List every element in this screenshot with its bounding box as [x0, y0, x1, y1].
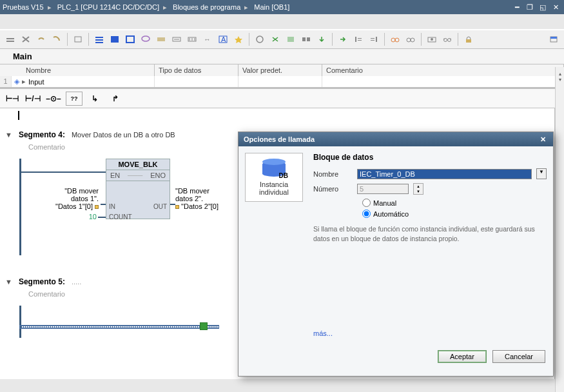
instance-type-single[interactable]: DB Instancia individual: [245, 153, 303, 202]
tool-redo-icon[interactable]: [35, 33, 48, 46]
number-spinner: ▲▼: [413, 183, 423, 195]
tool-comment-icon[interactable]: [50, 33, 63, 46]
empty-box-icon[interactable]: ??: [66, 92, 83, 106]
col-tipo: Tipo de datos: [155, 64, 238, 76]
col-valor: Valor predet.: [238, 64, 322, 76]
dropdown-icon[interactable]: ▼: [536, 168, 547, 179]
dialog-title: Opciones de llamada: [244, 135, 315, 143]
tool-comment-bubble-icon[interactable]: [139, 33, 152, 46]
help-text: Si llama el bloque de función como insta…: [313, 224, 547, 243]
segment-desc[interactable]: .....: [72, 278, 81, 286]
ladder-toolbar: ⊢⊣ ⊢/⊣ –⊙– ?? ↳ ↱: [0, 89, 564, 108]
tool-font-icon[interactable]: A: [217, 33, 229, 46]
auto-radio[interactable]: [362, 210, 371, 218]
restore-icon[interactable]: ❐: [524, 2, 536, 12]
dialog-titlebar: Opciones de llamada ✕: [238, 132, 553, 146]
svg-text:A: A: [221, 35, 226, 43]
main-toolbar: ↔ A: [0, 30, 564, 49]
pin-out: OUT: [153, 203, 167, 210]
float-icon[interactable]: ◱: [537, 2, 549, 12]
close-icon[interactable]: ✕: [550, 2, 561, 12]
count-value[interactable]: 10: [77, 213, 97, 220]
selected-rung[interactable]: [19, 325, 219, 329]
tool-insert-network-icon[interactable]: [4, 33, 17, 46]
tool-glasses3-icon[interactable]: [441, 33, 454, 46]
db-name-input[interactable]: [357, 169, 532, 179]
crumb: Main [OB1]: [254, 3, 289, 11]
section-title: Bloque de datos: [313, 153, 547, 162]
svg-rect-4: [95, 39, 103, 41]
expand-icon[interactable]: ▸: [22, 77, 26, 86]
block-title: MOVE_BLK: [106, 159, 170, 170]
tool-favorites-icon[interactable]: [232, 33, 245, 46]
tool-compare-icon[interactable]: [300, 33, 313, 46]
tool-list-icon[interactable]: [93, 33, 106, 46]
pin-in: IN: [109, 203, 115, 210]
tool-block-outline-icon[interactable]: [124, 33, 137, 46]
name-label: Nombre: [313, 170, 352, 178]
collapse-icon[interactable]: ▼: [5, 131, 12, 139]
contact-nc-icon[interactable]: ⊢/⊣: [24, 92, 41, 106]
move-blk-instruction[interactable]: MOVE_BLK EN ─── ENO IN OUT COUNT: [106, 159, 170, 219]
tool-tag2-icon[interactable]: [170, 33, 183, 46]
tool-tag-icon[interactable]: [155, 33, 168, 46]
tool-go-icon[interactable]: [336, 33, 349, 46]
cancel-button[interactable]: Cancelar: [492, 350, 545, 363]
contact-no-icon[interactable]: ⊢⊣: [4, 92, 21, 106]
segment-title[interactable]: Segmento 5:: [19, 277, 65, 286]
tool-properties-icon[interactable]: [547, 33, 560, 46]
vertical-scrollbar[interactable]: ▴ ▾: [555, 67, 564, 392]
coil-icon[interactable]: –⊙–: [45, 92, 62, 106]
struct-icon: ◈: [14, 77, 19, 86]
tool-lock-icon[interactable]: [462, 33, 475, 46]
insertion-point-icon[interactable]: [200, 322, 208, 330]
db-icon: DB: [262, 159, 286, 178]
minimize-icon[interactable]: ━: [511, 2, 523, 12]
tool-delete-network-icon[interactable]: [19, 33, 32, 46]
tool-box-icon[interactable]: [72, 33, 84, 46]
block-name: Main: [0, 49, 564, 64]
svg-rect-18: [307, 37, 310, 41]
param-row-input[interactable]: 1 ◈ ▸ Input: [0, 76, 564, 88]
more-link[interactable]: más...: [313, 329, 333, 337]
svg-rect-9: [157, 37, 165, 41]
svg-rect-3: [95, 37, 103, 38]
svg-rect-1: [6, 41, 14, 42]
branch-close-icon[interactable]: ↱: [107, 92, 124, 106]
svg-point-30: [431, 38, 433, 41]
param-name: Input: [28, 78, 44, 86]
branch-open-icon[interactable]: ↳: [86, 92, 103, 106]
tool-tag3-icon[interactable]: [186, 33, 199, 46]
svg-text:↔: ↔: [204, 35, 211, 43]
tool-indent-r-icon[interactable]: [367, 33, 380, 46]
svg-point-8: [142, 36, 150, 41]
svg-rect-2: [75, 37, 81, 42]
crumb: Bloques de programa: [173, 3, 240, 11]
tool-goto-icon[interactable]: ↔: [201, 33, 214, 46]
segment-title[interactable]: Segmento 4:: [19, 130, 65, 139]
auto-label: Automático: [373, 210, 409, 218]
tool-snapshot-icon[interactable]: [425, 33, 438, 46]
segment-desc[interactable]: Mover Datos de un DB a otro DB: [72, 131, 175, 139]
tool-glasses-icon[interactable]: [389, 33, 402, 46]
row-index: 1: [0, 76, 12, 87]
tool-monitor-icon[interactable]: [253, 33, 266, 46]
out-operand[interactable]: "DB mover datos 2". "Datos 2"[0]: [175, 187, 237, 210]
tool-cross-ref-icon[interactable]: [269, 33, 282, 46]
tool-download-icon[interactable]: [315, 33, 328, 46]
svg-point-15: [257, 36, 263, 43]
in-operand[interactable]: "DB mover datos 1". "Datos 1"[0]: [37, 187, 99, 210]
close-icon[interactable]: ✕: [538, 135, 548, 144]
svg-rect-21: [358, 40, 362, 41]
text-cursor: [18, 111, 19, 120]
tool-call-struct-icon[interactable]: [284, 33, 297, 46]
collapse-icon[interactable]: ▼: [5, 278, 12, 286]
svg-rect-33: [466, 39, 471, 43]
tool-indent-l-icon[interactable]: [352, 33, 365, 46]
manual-radio[interactable]: [362, 199, 371, 207]
tool-glasses2-icon[interactable]: [404, 33, 417, 46]
power-rail: [19, 306, 21, 338]
crumb: Pruebas V15: [3, 3, 44, 11]
tool-block-blue-icon[interactable]: [108, 33, 121, 46]
accept-button[interactable]: Aceptar: [438, 350, 487, 363]
